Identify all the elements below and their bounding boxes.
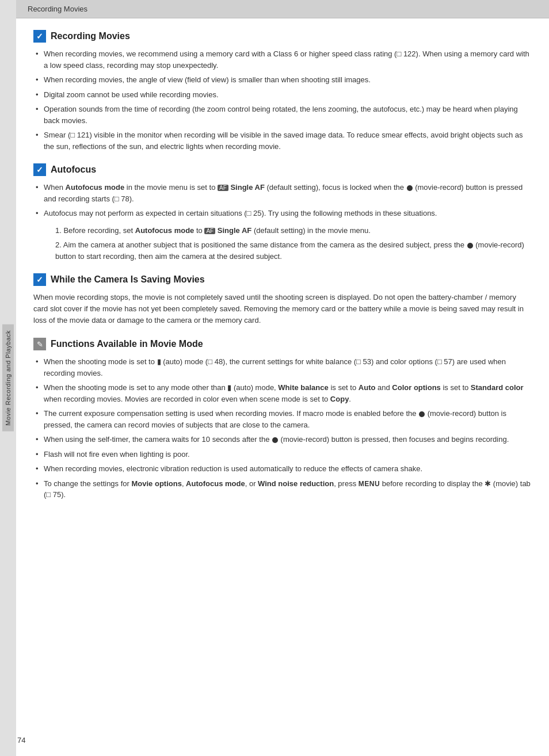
list-item: Flash will not fire even when lighting i… [33, 449, 532, 460]
list-item: 2. Aim the camera at another subject tha… [45, 239, 532, 262]
list-item: To change the settings for Movie options… [33, 478, 532, 501]
list-item: Operation sounds from the time of record… [33, 104, 532, 126]
section-recording-movies-title: Recording Movies [51, 31, 130, 41]
list-item: When using the self-timer, the camera wa… [33, 434, 532, 445]
page-number: 74 [17, 736, 25, 744]
header-bar: Recording Movies [16, 0, 549, 18]
section-saving-title: While the Camera Is Saving Movies [51, 274, 205, 285]
list-item: Smear (□ 121) visible in the monitor whe… [33, 129, 532, 152]
section-functions-heading: Functions Available in Movie Mode [33, 338, 532, 350]
check-icon-autofocus [33, 163, 46, 176]
sidebar-label: Movie Recording and Playback [2, 324, 14, 432]
content-area: Recording Movies When recording movies, … [16, 18, 549, 756]
autofocus-list: When Autofocus mode in the movie menu is… [33, 182, 532, 219]
list-item: Autofocus may not perform as expected in… [33, 208, 532, 219]
functions-list: When the shooting mode is set to ▮ (auto… [33, 356, 532, 501]
section-recording-movies-heading: Recording Movies [33, 30, 532, 43]
recording-movies-list: When recording movies, we recommend usin… [33, 48, 532, 152]
list-item: The current exposure compensation settin… [33, 408, 532, 430]
section-autofocus-heading: Autofocus [33, 163, 532, 176]
autofocus-numbered-list: 1. Before recording, set Autofocus mode … [45, 225, 532, 262]
check-icon-saving [33, 273, 46, 286]
list-item: When the shooting mode is set to any mod… [33, 382, 532, 404]
list-item: When recording movies, electronic vibrat… [33, 463, 532, 475]
list-item: When recording movies, the angle of view… [33, 74, 532, 86]
list-item: Digital zoom cannot be used while record… [33, 89, 532, 101]
page: Movie Recording and Playback Recording M… [0, 0, 549, 756]
list-item: When recording movies, we recommend usin… [33, 48, 532, 71]
list-item: When Autofocus mode in the movie menu is… [33, 182, 532, 204]
header-title: Recording Movies [28, 5, 87, 13]
list-item: When the shooting mode is set to ▮ (auto… [33, 356, 532, 379]
sidebar: Movie Recording and Playback [0, 0, 16, 756]
pencil-icon-functions [33, 338, 46, 350]
section-saving-heading: While the Camera Is Saving Movies [33, 273, 532, 286]
section-functions-title: Functions Available in Movie Mode [51, 339, 203, 349]
check-icon-recording [33, 30, 46, 43]
saving-para: When movie recording stops, the movie is… [33, 292, 532, 326]
main-content: Recording Movies Recording Movies When r… [16, 0, 549, 756]
list-item: 1. Before recording, set Autofocus mode … [45, 225, 532, 236]
section-autofocus-title: Autofocus [51, 165, 96, 175]
